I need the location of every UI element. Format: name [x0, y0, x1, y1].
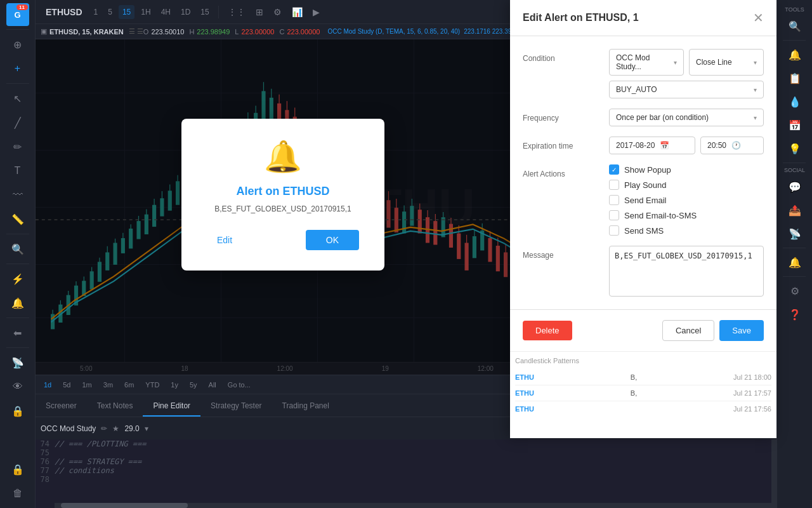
save-alert-button[interactable]: Save [719, 320, 764, 341]
tab-screener[interactable]: Screener [36, 396, 87, 417]
arrow-tool[interactable]: ↖ [6, 87, 29, 110]
code-horizontal-scrollbar[interactable] [55, 503, 771, 508]
frequency-label: Frequency [523, 109, 599, 123]
more-timeframes-icon[interactable]: ⋮⋮ [224, 4, 249, 20]
drawing-tools[interactable]: + [6, 57, 29, 80]
range-5y[interactable]: 5y [187, 380, 200, 390]
lock2-tool[interactable]: 🔒 [6, 458, 29, 481]
signal-tool[interactable]: 📡 [6, 351, 29, 374]
alert-edit-button[interactable]: Edit [207, 230, 242, 250]
bulb-tool-icon[interactable]: 💡 [783, 137, 806, 160]
delete-alert-button[interactable]: Delete [523, 321, 572, 340]
cancel-alert-button[interactable]: Cancel [662, 320, 714, 341]
eye-tool[interactable]: 👁 [6, 375, 29, 398]
send-email-sms-checkbox[interactable] [609, 210, 619, 220]
tf-1[interactable]: 1 [90, 5, 102, 19]
action-send-sms-row: Send SMS [609, 225, 764, 236]
signal-tool-icon[interactable]: 📡 [783, 222, 806, 245]
message-row: Message B,ES_FUT_GLOBEX_USD_20170915,1 [523, 246, 764, 297]
tf-15[interactable]: 15 [119, 5, 134, 19]
alert-popup-dialog: 🔔 Alert on ETHUSD B,ES_FUT_GLOBEX_USD_20… [181, 119, 384, 271]
crosshair-tool[interactable]: ⊕ [6, 33, 29, 56]
show-popup-checkbox[interactable]: ✓ [609, 164, 619, 175]
send-email-checkbox[interactable] [609, 195, 619, 205]
high-label: H [189, 28, 194, 36]
indicators-icon[interactable]: 📊 [288, 4, 306, 20]
range-1y[interactable]: 1y [167, 380, 181, 390]
calendar-tool-icon[interactable]: 📅 [783, 114, 806, 137]
close-alert-panel-button[interactable]: ✕ [753, 10, 764, 25]
tab-text-notes[interactable]: Text Notes [87, 396, 143, 417]
alert-popup-overlay: 🔔 Alert on ETHUSD B,ES_FUT_GLOBEX_USD_20… [36, 39, 530, 375]
range-all[interactable]: All [206, 380, 219, 390]
user-icon[interactable]: G [6, 3, 29, 26]
tab-pine-editor[interactable]: Pine Editor [143, 396, 200, 417]
notification-tool-icon[interactable]: 🔔 [783, 251, 806, 274]
alert-sym-3: ETHU [515, 405, 534, 413]
alert-ok-button[interactable]: OK [306, 230, 359, 250]
settings-tool-icon[interactable]: ⚙ [783, 279, 806, 302]
tf-1h[interactable]: 1H [137, 5, 154, 19]
help-tool-icon[interactable]: ❓ [783, 303, 806, 326]
expiration-row: Expiration time 2017-08-20 📅 20:50 🕐 [523, 137, 764, 154]
zoom-tool[interactable]: 🔍 [6, 237, 29, 260]
send-sms-checkbox[interactable] [609, 225, 619, 236]
pencil-tool[interactable]: ✏ [6, 135, 29, 158]
favorite-study-icon[interactable]: ★ [112, 424, 119, 433]
expiration-date-input[interactable]: 2017-08-20 📅 [609, 137, 695, 154]
trash-tool[interactable]: 🗑 [6, 482, 29, 505]
alerts-list-header: Candlestick Patterns [515, 357, 771, 364]
chat-tool-icon[interactable]: 💬 [783, 175, 806, 198]
measure-tool[interactable]: 📏 [6, 208, 29, 231]
condition-action-select[interactable]: BUY_AUTO ▾ [609, 81, 764, 98]
condition-study-select[interactable]: OCC Mod Study... ▾ [609, 49, 684, 76]
range-5d[interactable]: 5d [60, 380, 74, 390]
code-hscroll-thumb[interactable] [61, 503, 188, 508]
alert-add-icon[interactable]: 🔔 [6, 291, 29, 314]
tools-label: TOOLS [783, 5, 807, 14]
alert-actions-label: Alert Actions [523, 164, 599, 178]
range-1d[interactable]: 1d [41, 380, 55, 390]
tf-1d[interactable]: 1D [177, 5, 194, 19]
range-6m[interactable]: 6m [121, 380, 137, 390]
replay-tool[interactable]: ⬅ [6, 321, 29, 344]
alert-popup-title: Alert on ETHUSD [236, 185, 329, 198]
code-editor[interactable]: 74 // === /PLOTTING === 75 76 // === STR… [36, 439, 776, 508]
bell-tool-icon[interactable]: 🔔 [783, 43, 806, 66]
notes-tool-icon[interactable]: 📋 [783, 67, 806, 90]
message-textarea[interactable]: B,ES_FUT_GLOBEX_USD_20170915,1 [609, 246, 764, 297]
code-line-77: 77 // conditions [36, 466, 776, 475]
code-vertical-scrollbar[interactable] [771, 439, 776, 508]
replay-icon[interactable]: ▶ [309, 4, 324, 20]
indicators-tool[interactable]: ⚡ [6, 267, 29, 290]
symbol-display[interactable]: ETHUSD [41, 4, 88, 20]
color-tool-icon[interactable]: 💧 [783, 90, 806, 113]
version-arrow[interactable]: ▾ [145, 424, 148, 433]
text-tool[interactable]: T [6, 159, 29, 182]
tf-15b[interactable]: 15 [197, 5, 213, 19]
tf-5[interactable]: 5 [104, 5, 116, 19]
play-sound-checkbox[interactable] [609, 180, 619, 190]
range-3m[interactable]: 3m [100, 380, 116, 390]
goto-button[interactable]: Go to... [225, 380, 254, 390]
trend-line-tool[interactable]: ╱ [6, 111, 29, 134]
search-tool-icon[interactable]: 🔍 [783, 15, 806, 37]
condition-type-select[interactable]: Close Line ▾ [689, 49, 764, 76]
range-ytd[interactable]: YTD [142, 380, 162, 390]
pattern-tool[interactable]: 〰 [6, 184, 29, 206]
range-1m[interactable]: 1m [79, 380, 95, 390]
frequency-select[interactable]: Once per bar (on condition) ▾ [609, 109, 764, 126]
lock-tool[interactable]: 🔒 [6, 399, 29, 422]
tf-4h[interactable]: 4H [157, 5, 174, 19]
edit-study-icon[interactable]: ✏ [101, 424, 107, 433]
expiration-inputs: 2017-08-20 📅 20:50 🕐 [609, 137, 764, 154]
version-selector[interactable]: 29.0 [124, 424, 139, 433]
expiration-time-input[interactable]: 20:50 🕐 [700, 137, 764, 154]
share-tool-icon[interactable]: 📤 [783, 199, 806, 222]
expiration-label: Expiration time [523, 137, 599, 150]
edit-alert-header: Edit Alert on ETHUSD, 1 ✕ [510, 0, 776, 36]
compare-icon[interactable]: ⚙ [270, 4, 285, 20]
tab-strategy-tester[interactable]: Strategy Tester [200, 396, 272, 417]
chart-type-icon[interactable]: ⊞ [252, 4, 267, 20]
tab-trading-panel[interactable]: Trading Panel [272, 396, 339, 417]
